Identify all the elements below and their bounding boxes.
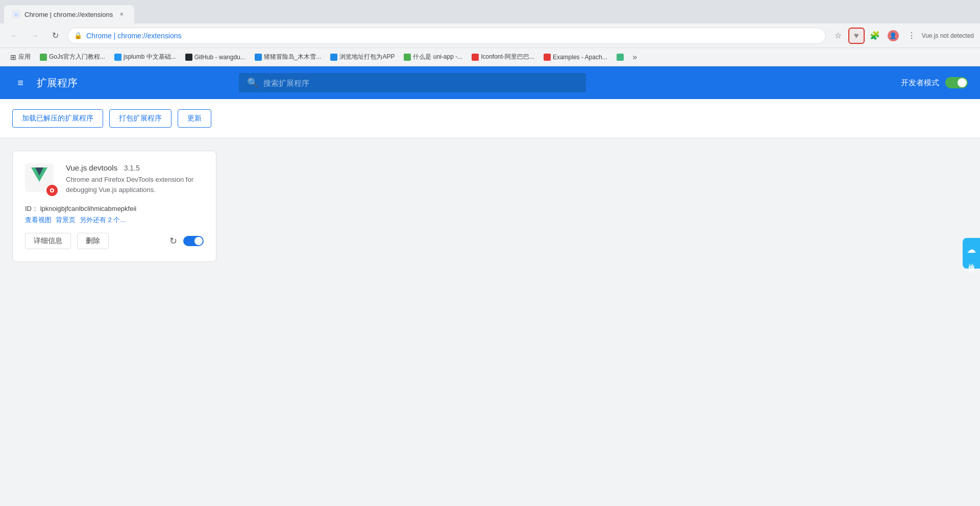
extension-name: Vue.js devtools bbox=[66, 163, 117, 172]
load-unpacked-button[interactable]: 加载已解压的扩展程序 bbox=[12, 109, 103, 128]
tab-close-button[interactable]: × bbox=[117, 10, 126, 19]
extensions-puzzle-button[interactable]: 🧩 bbox=[867, 28, 883, 44]
bookmark-pigs[interactable]: 猪猪冒险岛_木木雪... bbox=[251, 51, 326, 63]
extension-links: 查看视图 背景页 另外还有 2 个... bbox=[25, 215, 204, 225]
uniapp-favicon bbox=[404, 54, 411, 61]
float-upload-label: 抢镜上传 bbox=[967, 258, 976, 262]
iconfont-favicon bbox=[472, 54, 479, 61]
browser-frame: ⬡ Chrome | chrome://extensions × ← → ↻ 🔒… bbox=[0, 0, 980, 66]
forward-icon: → bbox=[31, 31, 39, 40]
chrome-menu-button[interactable]: ⋮ bbox=[903, 28, 920, 44]
bookmark-gojs[interactable]: GoJs官方入门教程... bbox=[36, 51, 109, 63]
star-icon: ☆ bbox=[835, 31, 842, 40]
toggle-thumb bbox=[958, 78, 967, 87]
record-icon bbox=[48, 187, 56, 194]
tab-bar: ⬡ Chrome | chrome://extensions × bbox=[0, 0, 980, 23]
extension-logo-badge bbox=[46, 185, 58, 196]
heart-icon: ♥ bbox=[854, 31, 859, 40]
extension-info: Vue.js devtools 3.1.5 Chrome and Firefox… bbox=[66, 163, 204, 195]
update-button[interactable]: 更新 bbox=[178, 109, 211, 128]
address-text: Chrome | chrome://extensions bbox=[86, 32, 819, 40]
bookmark-apps-label: 应用 bbox=[18, 53, 31, 61]
menu-hamburger-button[interactable]: ≡ bbox=[12, 75, 29, 91]
reload-extension-button[interactable]: ↻ bbox=[169, 235, 177, 247]
bookmarks-more-button[interactable]: » bbox=[629, 51, 641, 63]
extension-enable-toggle[interactable] bbox=[183, 236, 204, 246]
bookmark-apache[interactable]: Examples - Apach... bbox=[540, 52, 611, 63]
svg-point-6 bbox=[51, 189, 53, 191]
extension-id-section: ID： lpknoigbjfcanlbclihmicabmepkfeii 查看视… bbox=[25, 204, 204, 225]
browser-pack-favicon bbox=[330, 54, 337, 61]
extension-id-label: ID： bbox=[25, 205, 38, 212]
pack-extension-button[interactable]: 打包扩展程序 bbox=[109, 109, 172, 128]
github-favicon bbox=[185, 54, 192, 61]
bookmark-jsplumb[interactable]: jsplumb 中文基础... bbox=[110, 51, 180, 63]
remove-button[interactable]: 删除 bbox=[77, 233, 109, 249]
puzzle-icon: 🧩 bbox=[870, 31, 880, 40]
extension-id-value: lpknoigbjfcanlbclihmicabmepkfeii bbox=[40, 205, 137, 212]
extension-description: Chrome and Firefox DevTools extension fo… bbox=[66, 175, 204, 195]
bookmark-github-label: GitHub - wangdu... bbox=[194, 54, 246, 61]
three-dots-icon: ⋮ bbox=[908, 31, 916, 40]
bookmark-pigs-label: 猪猪冒险岛_木木雪... bbox=[264, 53, 322, 61]
extensions-content: Vue.js devtools 3.1.5 Chrome and Firefox… bbox=[0, 138, 980, 506]
bookmark-apache-label: Examples - Apach... bbox=[553, 54, 607, 61]
bookmark-iconfont[interactable]: Iconfont-阿里巴巴... bbox=[468, 51, 538, 63]
extension-card: Vue.js devtools 3.1.5 Chrome and Firefox… bbox=[12, 151, 216, 262]
svg-text:⬡: ⬡ bbox=[15, 13, 18, 16]
bookmark-vuejs[interactable] bbox=[612, 52, 628, 63]
chevron-right-icon: » bbox=[632, 53, 637, 62]
search-icon: 🔍 bbox=[247, 77, 258, 88]
bookmark-browser-pack-label: 浏览地址打包为APP bbox=[339, 53, 395, 61]
bookmark-browser-pack[interactable]: 浏览地址打包为APP bbox=[326, 51, 399, 63]
active-tab[interactable]: ⬡ Chrome | chrome://extensions × bbox=[4, 5, 134, 23]
gojs-favicon bbox=[40, 54, 47, 61]
apps-grid-icon: ⊞ bbox=[10, 53, 16, 61]
address-bar: ← → ↻ 🔒 Chrome | chrome://extensions ☆ ♥… bbox=[0, 23, 980, 48]
address-input[interactable]: 🔒 Chrome | chrome://extensions bbox=[67, 28, 826, 44]
extensions-header: ≡ 扩展程序 🔍 开发者模式 bbox=[0, 66, 980, 99]
bookmark-star-button[interactable]: ☆ bbox=[830, 28, 846, 44]
more-views-link[interactable]: 另外还有 2 个... bbox=[80, 215, 126, 225]
bookmark-uniapp-label: 什么是 uni-app -... bbox=[413, 53, 462, 61]
bookmark-gojs-label: GoJs官方入门教程... bbox=[49, 53, 105, 61]
bookmark-iconfont-label: Iconfont-阿里巴巴... bbox=[481, 53, 534, 61]
reload-button[interactable]: ↻ bbox=[47, 28, 63, 44]
background-link[interactable]: 背景页 bbox=[56, 215, 76, 225]
dev-mode-label: 开发者模式 bbox=[901, 78, 939, 88]
pigs-favicon bbox=[255, 54, 262, 61]
upload-cloud-icon: ☁ bbox=[967, 244, 976, 255]
extension-logo bbox=[25, 163, 58, 196]
search-container: 🔍 bbox=[239, 73, 586, 92]
vuejs-favicon bbox=[617, 54, 624, 61]
bookmark-uniapp[interactable]: 什么是 uni-app -... bbox=[400, 51, 467, 63]
view-link[interactable]: 查看视图 bbox=[25, 215, 52, 225]
back-button[interactable]: ← bbox=[6, 28, 22, 44]
float-upload-button[interactable]: ☁ 抢镜上传 bbox=[963, 238, 980, 269]
bookmarks-bar: ⊞ 应用 GoJs官方入门教程... jsplumb 中文基础... GitHu… bbox=[0, 48, 980, 66]
tab-favicon: ⬡ bbox=[12, 10, 20, 18]
bookmark-jsplumb-label: jsplumb 中文基础... bbox=[124, 53, 176, 61]
search-input[interactable] bbox=[263, 79, 578, 87]
bookmark-github[interactable]: GitHub - wangdu... bbox=[181, 52, 250, 63]
profile-icon: 👤 bbox=[888, 30, 899, 41]
page-title: 扩展程序 bbox=[37, 76, 78, 90]
extension-card-header: Vue.js devtools 3.1.5 Chrome and Firefox… bbox=[25, 163, 204, 196]
dev-mode-toggle[interactable] bbox=[945, 77, 968, 88]
vuejs-not-detected-label: Vue.js not detected bbox=[922, 32, 974, 39]
bookmark-apps[interactable]: ⊞ 应用 bbox=[6, 51, 35, 63]
profile-button[interactable]: 👤 bbox=[885, 28, 901, 44]
search-box[interactable]: 🔍 bbox=[239, 73, 586, 92]
extension-name-version: Vue.js devtools 3.1.5 bbox=[66, 163, 204, 173]
action-bar: 加载已解压的扩展程序 打包扩展程序 更新 bbox=[0, 99, 980, 138]
extensions-heart-button[interactable]: ♥ bbox=[848, 28, 865, 44]
reload-icon: ↻ bbox=[52, 31, 59, 40]
apache-favicon bbox=[544, 54, 551, 61]
dev-mode-section: 开发者模式 bbox=[901, 77, 968, 88]
forward-button[interactable]: → bbox=[27, 28, 43, 44]
tab-title: Chrome | chrome://extensions bbox=[24, 11, 113, 18]
hamburger-icon: ≡ bbox=[17, 77, 23, 89]
details-button[interactable]: 详细信息 bbox=[25, 233, 71, 249]
toolbar-actions: ☆ ♥ 🧩 👤 ⋮ Vue.js not detected bbox=[830, 28, 974, 44]
back-icon: ← bbox=[10, 31, 18, 40]
